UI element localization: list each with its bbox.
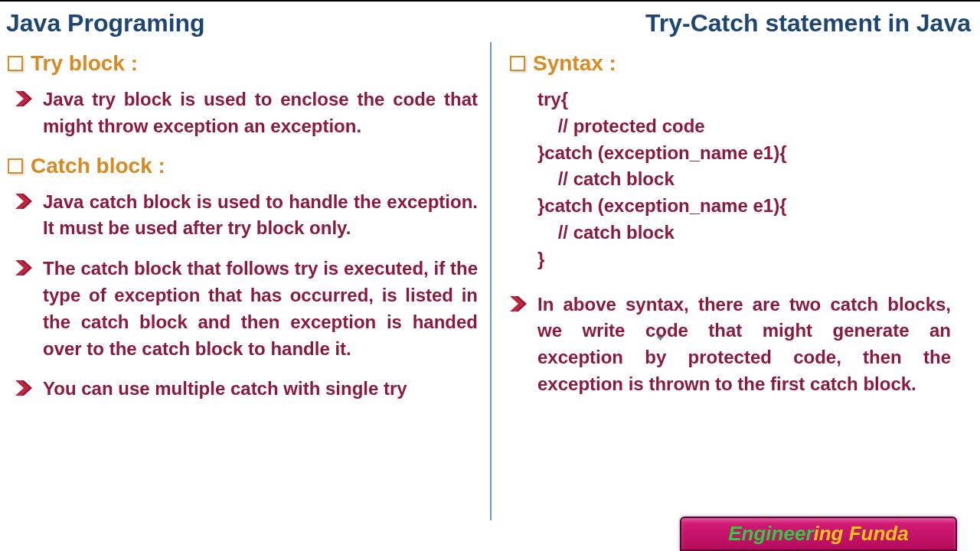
arrow-right-icon: [15, 380, 32, 396]
slide-header: Java Programing Try-Catch statement in J…: [0, 2, 980, 42]
svg-marker-8: [510, 296, 523, 311]
square-bullet-icon: [510, 56, 525, 71]
svg-marker-4: [15, 260, 28, 276]
try-block-title-text: Try block :: [31, 51, 138, 76]
brand-part-1: Engineer: [728, 522, 813, 545]
syntax-heading: Syntax :: [510, 51, 968, 76]
mouse-cursor-icon: ⌖: [657, 331, 664, 344]
syntax-title-text: Syntax :: [533, 51, 616, 76]
bullet-text: In above syntax, there are two catch blo…: [537, 292, 951, 398]
bullet-text: You can use multiple catch with single t…: [43, 376, 407, 403]
right-column: Syntax : try{ // protected code }catch (…: [490, 42, 980, 520]
bullet-text: Java try block is used to enclose the co…: [43, 86, 478, 140]
arrow-right-icon: [15, 91, 32, 106]
brand-part-2: ing Funda: [814, 522, 909, 545]
brand-badge: Engineering Funda: [680, 517, 957, 551]
bullet-text: Java catch block is used to handle the e…: [43, 189, 478, 243]
svg-marker-0: [15, 91, 28, 106]
catch-block-title-text: Catch block :: [31, 154, 165, 178]
content-columns: Try block : Java try block is used to en…: [0, 42, 980, 520]
arrow-right-icon: [15, 260, 32, 276]
bullet-item: The catch block that follows try is exec…: [15, 256, 478, 362]
brand-text: Engineering Funda: [728, 522, 908, 546]
header-right-title: Try-Catch statement in Java: [645, 9, 971, 37]
arrow-right-icon: [510, 296, 527, 311]
catch-block-heading: Catch block :: [8, 154, 478, 178]
syntax-code-block: try{ // protected code }catch (exception…: [537, 86, 968, 273]
bullet-item: Java catch block is used to handle the e…: [15, 189, 478, 243]
left-column: Try block : Java try block is used to en…: [0, 42, 490, 520]
bullet-item: Java try block is used to enclose the co…: [15, 86, 478, 140]
bullet-item: You can use multiple catch with single t…: [15, 376, 478, 403]
square-bullet-icon: [8, 158, 23, 174]
square-bullet-icon: [8, 56, 23, 71]
bullet-item: In above syntax, there are two catch blo…: [510, 292, 951, 398]
svg-marker-2: [15, 194, 28, 209]
arrow-right-icon: [15, 194, 32, 209]
header-left-title: Java Programing: [6, 9, 205, 37]
try-block-heading: Try block :: [8, 51, 478, 76]
bullet-text: The catch block that follows try is exec…: [43, 256, 478, 362]
svg-marker-6: [15, 380, 28, 396]
